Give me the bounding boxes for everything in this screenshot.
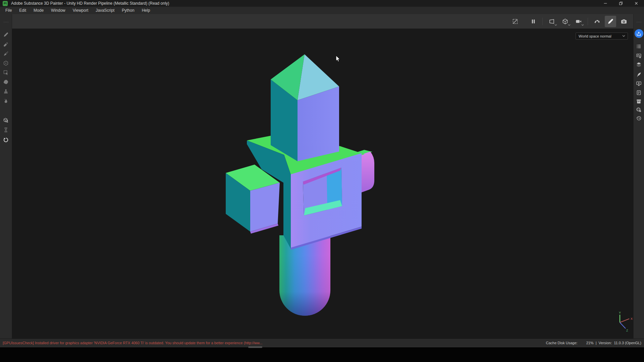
axis-gizmo: Y X Z [611,311,633,332]
pause-icon [530,18,537,25]
brush-settings-panel[interactable] [635,70,643,78]
panel-drag-handle[interactable] [636,21,642,23]
perspective-view-button[interactable] [546,16,557,27]
properties-panel[interactable] [635,88,643,97]
assets-panel[interactable] [635,97,643,105]
brush-icon [3,32,9,38]
restore-icon [619,1,623,6]
turntable-icon [3,137,9,143]
screenshot-button[interactable] [618,16,630,27]
tools-toolbar [0,14,12,339]
close-button[interactable] [629,0,644,7]
display-settings-panel[interactable] [635,79,643,87]
sel-off-icon [512,18,519,25]
window-controls [598,0,644,7]
chevron-down-icon [554,24,557,26]
viewport-toolbar-buttons [508,14,631,29]
layers-icon [636,62,642,67]
viewport-3d[interactable]: World space normal Y X Z [12,29,633,338]
share-icon [636,31,641,36]
menu-bar: FileEditModeWindowViewportJavaScriptPyth… [0,7,644,14]
hourglass-toggle[interactable] [2,126,10,134]
brush-icon [607,18,614,25]
mouse-cursor [336,55,340,62]
close-icon [634,1,639,6]
bottom-black-strip [0,347,644,362]
toolbar-separator [588,18,588,25]
smudge-icon [3,98,9,104]
menu-viewport[interactable]: Viewport [69,7,92,14]
status-divider: | [596,341,597,345]
polygon-icon [3,60,9,66]
layers-panel[interactable] [635,60,643,68]
menu-help[interactable]: Help [138,7,154,14]
menu-edit[interactable]: Edit [15,7,30,14]
sphere-gear-icon [636,107,642,113]
main-area: World space normal Y X Z [0,14,644,339]
gizmo-y-label: Y [619,311,621,314]
sliders-gear-icon [636,53,642,59]
menu-python[interactable]: Python [118,7,138,14]
toolbar-separator [542,18,543,25]
selection-visibility-button[interactable] [509,16,521,27]
notepad-icon [636,90,642,96]
taskbar-grip [248,346,262,348]
turntable-toggle[interactable] [2,136,10,144]
chevron-down-icon [568,24,571,26]
substance-painter-window: Pt Adobe Substance 3D Painter - Unity HD… [0,0,644,362]
hourglass-icon [3,127,9,133]
paint-tool[interactable] [2,31,10,39]
display-mode-value: World space normal [579,34,622,38]
restore-button[interactable] [613,0,629,7]
history-icon [636,115,642,121]
archive-icon [636,99,642,104]
polygon-fill-tool[interactable] [2,59,10,67]
panel-drag-handle[interactable] [3,21,9,23]
viewport-toolbar [12,14,633,29]
clone-tool[interactable] [2,87,10,95]
panels-toolbar [633,14,644,339]
menu-window[interactable]: Window [47,7,69,14]
history-panel[interactable] [635,114,643,122]
version-value: 11.0.3 (OpenGL) [614,341,641,345]
splat-icon [3,79,9,85]
pause-engine-button[interactable] [528,16,539,27]
selection-tool[interactable] [2,68,10,76]
center-column: World space normal Y X Z [12,14,633,339]
3d-model-mesh [12,29,633,338]
material-preview-toggle[interactable] [2,116,10,124]
display-mode-dropdown[interactable]: World space normal [576,33,628,40]
menu-mode[interactable]: Mode [30,7,47,14]
status-bar: [GPUIssuesCheck] Installed driver for gr… [0,339,644,347]
mesh-display-button[interactable] [559,16,571,27]
chevron-down-icon [622,35,625,37]
select-icon [3,70,9,75]
cache-disk-usage-label: Cache Disk Usage: [546,341,577,345]
smudge-tool[interactable] [2,97,10,105]
app-logo-icon: Pt [3,1,8,6]
eraser-tool[interactable] [2,40,10,48]
gizmo-x-label: X [631,317,633,320]
perspective-icon [548,18,555,25]
quill-icon [636,72,642,77]
camera-view-button[interactable] [573,16,584,27]
matbox-icon [3,117,9,123]
decal-tool[interactable] [2,78,10,86]
projection-tool[interactable] [2,50,10,58]
minimize-icon [603,1,608,6]
texture-set-settings-panel[interactable] [635,52,643,60]
paint-mode-button[interactable] [605,16,616,27]
monitor-gear-icon [636,81,642,86]
texture-set-list-panel[interactable] [635,42,643,50]
menu-javascript[interactable]: JavaScript [92,7,118,14]
menu-file[interactable]: File [2,7,15,14]
list-icon [636,44,642,49]
chevron-down-icon [581,24,584,26]
version-label: Version: [599,341,612,345]
eraser-icon [3,42,9,47]
bake-button[interactable] [591,16,603,27]
shader-settings-panel[interactable] [635,106,643,114]
minimize-button[interactable] [598,0,613,7]
export-button[interactable] [635,29,643,38]
cache-disk-usage-value: 21% [586,341,594,345]
